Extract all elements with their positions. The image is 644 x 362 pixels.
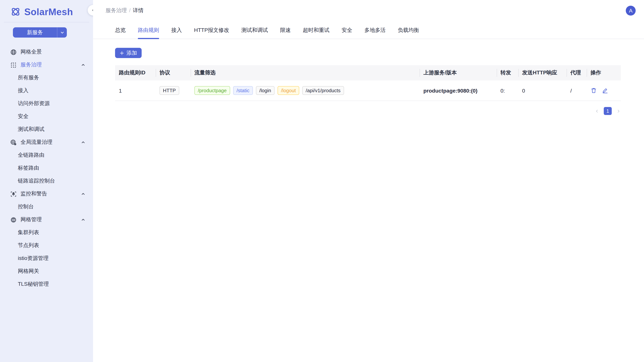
delete-icon[interactable]	[590, 87, 597, 94]
add-button[interactable]: 添加	[115, 48, 142, 58]
atom-logo-icon	[10, 6, 21, 17]
sidebar-item-label: TLS秘钥管理	[18, 281, 49, 288]
tab-overview[interactable]: 总览	[115, 27, 126, 39]
cell-traffic-filters: /productpage /static /login /logout /api…	[190, 86, 420, 95]
sidebar-item-all-services[interactable]: 所有服务	[0, 71, 93, 84]
sidebar-group-monitoring-alerts[interactable]: 监控和警告	[0, 187, 93, 200]
sidebar-group-label: 服务治理	[20, 61, 42, 68]
toolbar: 添加	[115, 48, 644, 58]
sidebar-item-security[interactable]: 安全	[0, 110, 93, 123]
sidebar-item-label: 控制台	[18, 203, 34, 210]
column-header-rule-id: 路由规则ID	[115, 69, 156, 76]
filter-tag: /static	[233, 86, 253, 95]
column-header-protocol: 协议	[156, 69, 190, 76]
routing-rules-table: 路由规则ID 协议 流量筛选 上游服务/版本 转发 发送HTTP响应 代理 操作…	[115, 65, 621, 101]
tab-multi-active[interactable]: 多地多活	[364, 27, 386, 39]
sidebar-item-label: istio资源管理	[18, 255, 48, 262]
sidebar-item-label: 全链路路由	[18, 152, 44, 159]
tab-bar: 总览 路由规则 接入 HTTP报文修改 测试和调试 限速 超时和重试 安全 多地…	[93, 27, 644, 39]
sidebar-item-label: 链路追踪控制台	[18, 178, 55, 184]
cell-forward: 0:	[497, 87, 518, 93]
tab-access[interactable]: 接入	[171, 27, 182, 39]
sidebar-item-trace-console[interactable]: 链路追踪控制台	[0, 175, 93, 187]
monitor-bell-icon	[10, 191, 17, 197]
sidebar-item-mesh-gateway[interactable]: 网格网关	[0, 265, 93, 278]
breadcrumb-separator: /	[129, 7, 130, 13]
logo: SolarMesh	[0, 0, 93, 17]
globe-icon	[10, 49, 17, 55]
sidebar-menu: 网格全景 服务治理 所有服务 接入 访问外部资源 安全 测试和调试 全局流	[0, 45, 93, 291]
sm-badge-icon: SM	[10, 217, 17, 223]
sidebar-item-node-list[interactable]: 节点列表	[0, 239, 93, 252]
tab-security[interactable]: 安全	[342, 27, 352, 39]
new-service-dropdown-button[interactable]	[57, 27, 67, 37]
cell-http-response: 0	[518, 87, 566, 93]
pagination-page-1[interactable]: 1	[604, 107, 612, 115]
chevron-up-icon	[81, 192, 86, 196]
sidebar-item-label: 访问外部资源	[18, 100, 50, 107]
sidebar-item-label-routing[interactable]: 标签路由	[0, 162, 93, 175]
tab-test-debug[interactable]: 测试和调试	[241, 27, 268, 39]
breadcrumb-section[interactable]: 服务治理	[106, 7, 127, 13]
sidebar-item-label: 网格全景	[20, 48, 42, 55]
breadcrumb: 服务治理/详情	[106, 7, 144, 14]
column-header-traffic-filter: 流量筛选	[190, 69, 420, 76]
column-header-http-response: 发送HTTP响应	[518, 69, 566, 76]
sidebar-item-cluster-list[interactable]: 集群列表	[0, 226, 93, 239]
sidebar-item-test-debug[interactable]: 测试和调试	[0, 123, 93, 136]
sidebar: SolarMesh 新服务 网格全景 服务治理	[0, 0, 93, 362]
sidebar-item-external-resources[interactable]: 访问外部资源	[0, 97, 93, 110]
table-row: 1 HTTP /productpage /static /login /logo…	[115, 80, 621, 101]
new-service-split-button[interactable]: 新服务	[13, 27, 67, 37]
filter-tag: /login	[256, 86, 274, 95]
chevron-up-icon	[81, 140, 86, 145]
tab-timeout-retry[interactable]: 超时和重试	[303, 27, 330, 39]
sidebar-group-mesh-management[interactable]: SM 网格管理	[0, 213, 93, 226]
pagination-prev-icon[interactable]	[595, 109, 599, 113]
sidebar-group-global-traffic[interactable]: 全局流量治理	[0, 136, 93, 149]
app-title: SolarMesh	[24, 6, 73, 17]
user-avatar[interactable]: A	[626, 6, 636, 15]
filter-tag: /productpage	[194, 86, 230, 95]
sidebar-item-istio-resources[interactable]: istio资源管理	[0, 252, 93, 265]
column-header-upstream: 上游服务/版本	[420, 69, 497, 76]
edit-icon[interactable]	[602, 87, 608, 94]
sidebar-group-label: 网格管理	[20, 216, 42, 223]
sidebar-item-label: 节点列表	[18, 242, 39, 249]
tab-rate-limit[interactable]: 限速	[280, 27, 291, 39]
sidebar-group-service-governance[interactable]: 服务治理	[0, 58, 93, 71]
column-header-actions: 操作	[587, 69, 621, 76]
sidebar-item-tls-keys[interactable]: TLS秘钥管理	[0, 278, 93, 291]
cell-upstream-service: productpage:9080:(0)	[420, 87, 497, 93]
filter-tag: /api/v1/products	[302, 86, 344, 95]
cell-actions	[587, 87, 621, 94]
tab-routing-rules[interactable]: 路由规则	[138, 27, 159, 39]
mesh-dots-icon	[10, 62, 17, 68]
svg-text:SM: SM	[12, 219, 15, 221]
plus-icon	[120, 51, 124, 55]
table-header: 路由规则ID 协议 流量筛选 上游服务/版本 转发 发送HTTP响应 代理 操作	[115, 65, 621, 80]
column-header-proxy: 代理	[566, 69, 587, 76]
pagination-next-icon[interactable]	[616, 109, 621, 113]
cell-protocol: HTTP	[156, 86, 190, 95]
new-service-button[interactable]: 新服务	[13, 27, 57, 37]
sidebar-group-label: 全局流量治理	[20, 139, 52, 146]
sidebar-item-label: 集群列表	[18, 229, 39, 236]
chevron-up-icon	[81, 217, 86, 222]
tab-http-rewrite[interactable]: HTTP报文修改	[194, 27, 229, 39]
sidebar-group-label: 监控和警告	[20, 190, 47, 197]
chevron-down-icon	[60, 30, 64, 35]
protocol-tag: HTTP	[160, 86, 179, 95]
topbar: 服务治理/详情 A	[93, 0, 644, 15]
sidebar-item-access[interactable]: 接入	[0, 84, 93, 97]
pagination: 1	[93, 107, 621, 115]
tab-load-balancing[interactable]: 负载均衡	[398, 27, 419, 39]
cell-rule-id: 1	[115, 87, 156, 93]
sidebar-item-mesh-overview[interactable]: 网格全景	[0, 45, 93, 58]
chevron-up-icon	[81, 63, 86, 67]
breadcrumb-current: 详情	[133, 7, 144, 13]
sidebar-item-console[interactable]: 控制台	[0, 200, 93, 213]
sidebar-item-full-link-routing[interactable]: 全链路路由	[0, 149, 93, 162]
main-content: 服务治理/详情 A 总览 路由规则 接入 HTTP报文修改 测试和调试 限速 超…	[93, 0, 644, 362]
sidebar-divider	[4, 22, 89, 22]
